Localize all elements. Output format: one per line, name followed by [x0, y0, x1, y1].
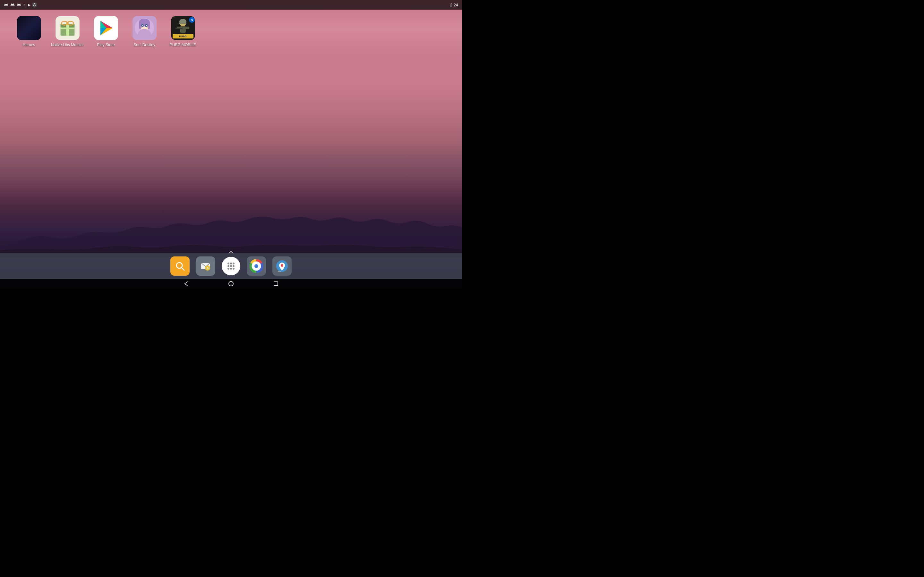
- svg-rect-0: [17, 16, 41, 40]
- mountain-silhouette: [0, 200, 462, 258]
- svg-point-56: [230, 268, 232, 269]
- app-soul-destiny-label: Soul Destiny: [134, 43, 155, 47]
- check-icon: ✓: [23, 3, 26, 7]
- dock: $: [0, 253, 462, 279]
- nav-home-button[interactable]: [228, 280, 234, 287]
- svg-point-12: [66, 22, 69, 25]
- svg-rect-65: [274, 282, 278, 285]
- app-pubg[interactable]: PUBG G PUBG MOBILE: [167, 16, 199, 47]
- status-bar: ✓ ▶ A 2:24: [0, 0, 462, 10]
- dock-search[interactable]: [170, 256, 190, 276]
- svg-point-64: [229, 282, 233, 286]
- dock-app-drawer[interactable]: [222, 257, 240, 276]
- status-icons-left: ✓ ▶ A: [4, 2, 37, 7]
- dock-maps[interactable]: [272, 256, 292, 276]
- svg-point-29: [146, 25, 147, 26]
- svg-line-45: [182, 268, 184, 270]
- nav-back-button[interactable]: [183, 280, 189, 287]
- svg-rect-63: [278, 271, 281, 271]
- dock-chrome[interactable]: [247, 256, 266, 276]
- app-play-store-label: Play Store: [97, 43, 115, 47]
- svg-point-53: [230, 265, 232, 267]
- svg-rect-38: [186, 27, 189, 29]
- svg-point-51: [233, 263, 234, 264]
- svg-point-54: [233, 265, 234, 267]
- nav-bar: [0, 279, 462, 288]
- svg-rect-24: [139, 23, 142, 29]
- svg-point-30: [140, 26, 142, 27]
- svg-text:PUBG: PUBG: [179, 35, 186, 38]
- app-soul-destiny[interactable]: Soul Destiny: [128, 16, 160, 47]
- android-icon-3: [17, 2, 21, 7]
- svg-point-52: [228, 265, 229, 267]
- app-pubg-label: PUBG MOBILE: [170, 43, 196, 47]
- app-grid: ⚔ EA Heroes: [0, 13, 462, 50]
- svg-rect-39: [176, 28, 183, 29]
- svg-point-57: [233, 268, 234, 269]
- app-heroes[interactable]: ⚔ EA Heroes: [13, 16, 45, 47]
- nav-recent-button[interactable]: [273, 280, 279, 287]
- svg-point-28: [142, 25, 143, 26]
- app-native-libs-icon[interactable]: [55, 16, 79, 40]
- svg-text:EA: EA: [27, 34, 31, 37]
- svg-text:G: G: [191, 19, 193, 22]
- app-pubg-icon[interactable]: PUBG G: [171, 16, 195, 40]
- svg-text:$: $: [207, 266, 208, 270]
- app-soul-destiny-icon[interactable]: [132, 16, 157, 40]
- svg-rect-3: [19, 34, 39, 37]
- status-time: 2:24: [450, 3, 458, 7]
- app-play-store-icon[interactable]: [94, 16, 118, 40]
- app-play-store[interactable]: Play Store: [90, 16, 122, 47]
- svg-point-31: [146, 26, 149, 27]
- svg-point-49: [228, 263, 229, 264]
- svg-point-55: [228, 268, 229, 269]
- svg-rect-25: [148, 23, 150, 29]
- play-media-icon: ▶: [28, 3, 31, 7]
- android-icon-2: [10, 2, 15, 7]
- svg-point-50: [230, 263, 232, 264]
- svg-rect-36: [180, 26, 186, 33]
- svg-point-60: [254, 264, 258, 268]
- svg-rect-9: [60, 27, 74, 29]
- android-icon-1: [4, 2, 8, 7]
- svg-text:⚔: ⚔: [25, 21, 33, 31]
- app-heroes-icon[interactable]: ⚔ EA: [17, 16, 41, 40]
- dock-mail[interactable]: $: [196, 256, 215, 276]
- a-letter-icon: A: [32, 3, 37, 7]
- svg-rect-35: [179, 23, 186, 24]
- app-native-libs-label: Native Libs Monitor: [51, 43, 84, 47]
- app-native-libs[interactable]: Native Libs Monitor: [51, 16, 83, 47]
- svg-point-62: [281, 264, 283, 267]
- svg-rect-1: [17, 16, 41, 40]
- app-heroes-label: Heroes: [23, 43, 35, 47]
